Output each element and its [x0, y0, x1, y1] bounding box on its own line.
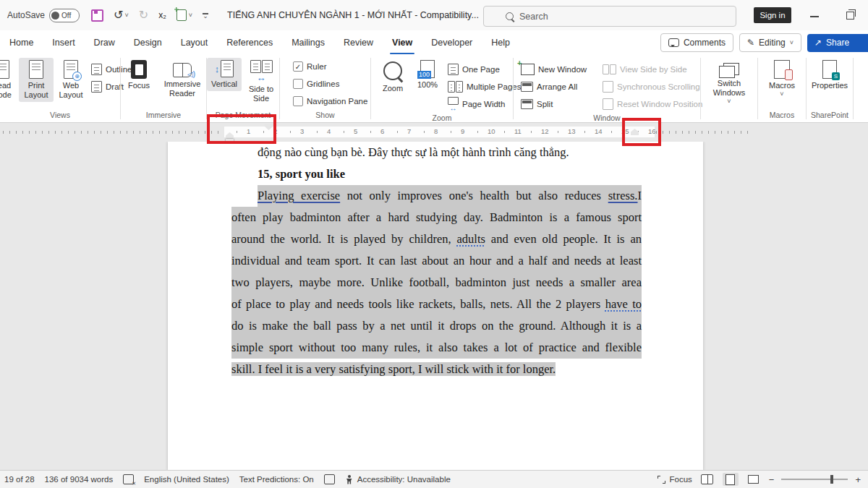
paste-options-button[interactable]: ˅: [176, 9, 192, 21]
document-line-selected[interactable]: do is make the ball pass by a net until …: [231, 315, 642, 337]
word-count[interactable]: 136 of 9034 words: [45, 475, 114, 484]
document-line-selected[interactable]: individual and team sport. It can last a…: [231, 250, 642, 272]
page-width-icon: ↔: [448, 97, 459, 112]
horizontal-ruler[interactable]: 12345678910111213141516: [0, 122, 868, 142]
focus-icon: [131, 60, 147, 79]
comments-button[interactable]: Comments: [660, 33, 733, 52]
customize-qat-button[interactable]: ⌄: [203, 13, 208, 17]
chevron-down-icon: ˅: [790, 39, 793, 46]
focus-button[interactable]: Focus: [122, 58, 156, 93]
proofing-errors-icon[interactable]: [123, 474, 134, 484]
chevron-down-icon: ˅: [124, 12, 128, 19]
reset-window-position-button: Reset Window Position: [600, 95, 705, 113]
synchronous-scrolling-button: Synchronous Scrolling: [600, 78, 705, 95]
text-column[interactable]: động nào cùng bạn bè. Đây thực sự là một…: [231, 142, 642, 380]
chevron-down-icon: ˅: [780, 90, 783, 98]
document-heading[interactable]: 15, sport you like: [258, 163, 642, 185]
search-input[interactable]: Search: [483, 6, 736, 27]
accessibility-status[interactable]: Accessibility: Unavailable: [357, 475, 451, 484]
page-indicator[interactable]: 19 of 28: [4, 475, 35, 484]
immersive-reader-icon: ◁): [173, 63, 192, 77]
web-layout-button[interactable]: ⊕ Web Layout: [54, 58, 88, 102]
autosave-toggle[interactable]: Off: [49, 9, 80, 22]
checkbox-icon: [293, 79, 303, 89]
editor-icon[interactable]: [324, 474, 335, 484]
immersive-reader-button[interactable]: ◁) Immersive Reader: [159, 58, 205, 100]
read-mode-view-button[interactable]: [699, 473, 715, 486]
zoom-slider[interactable]: [781, 479, 848, 480]
restore-window-button[interactable]: [846, 12, 854, 20]
ruler-checkbox[interactable]: ✓ Ruler: [290, 58, 329, 75]
undo-button[interactable]: ↺ ˅: [114, 9, 129, 21]
tab-mailings[interactable]: Mailings: [282, 30, 334, 55]
read-mode-button[interactable]: Read Mode: [0, 58, 19, 102]
minimize-button[interactable]: [810, 16, 819, 17]
tab-draw[interactable]: Draw: [85, 30, 124, 55]
document-page[interactable]: động nào cùng bạn bè. Đây thực sự là một…: [168, 142, 703, 471]
sign-in-button[interactable]: Sign in: [754, 7, 791, 23]
print-layout-button[interactable]: Print Layout: [19, 58, 54, 102]
tab-review[interactable]: Review: [334, 30, 383, 55]
language-indicator[interactable]: English (United States): [144, 475, 229, 484]
multiple-pages-icon: [448, 81, 463, 93]
focus-mode-button[interactable]: Focus: [658, 475, 692, 484]
editing-label: Editing: [759, 38, 786, 48]
undo-icon: ↺: [114, 9, 123, 21]
zoom-100-button[interactable]: 100 100%: [410, 58, 445, 92]
tab-design[interactable]: Design: [124, 30, 171, 55]
macros-button[interactable]: Macros ˅: [765, 58, 799, 100]
group-sharepoint: S Properties SharePoint: [807, 55, 853, 122]
subscript-button[interactable]: x₂: [158, 10, 166, 20]
macros-icon: [774, 60, 790, 79]
share-label: Share: [826, 38, 849, 48]
tab-insert[interactable]: Insert: [43, 30, 84, 55]
arrange-all-button[interactable]: Arrange All: [518, 78, 590, 95]
ribbon-tab-row: Home Insert Draw Design Layout Reference…: [0, 30, 868, 55]
ruler-number: 14: [595, 127, 603, 135]
print-layout-view-button[interactable]: [723, 473, 739, 486]
globe-icon: ⊕: [72, 72, 82, 81]
document-line-selected[interactable]: skill. I feel it is a very satisfying sp…: [231, 359, 642, 380]
switch-windows-button[interactable]: Switch Windows ˅: [706, 58, 752, 107]
properties-button[interactable]: S Properties: [809, 58, 850, 93]
document-title-area[interactable]: TIẾNG ANH CHUYÊN NGÀNH 1 - MỚI NHẤT - Co…: [227, 10, 490, 20]
zoom-100-icon: 100: [420, 60, 435, 78]
editing-dropdown[interactable]: ✎ Editing ˅: [739, 33, 801, 52]
tab-view[interactable]: View: [383, 30, 422, 55]
zoom-out-button[interactable]: −: [769, 474, 775, 485]
document-line-selected[interactable]: of place to play and needs tools like ra…: [231, 294, 642, 315]
zoom-slider-thumb[interactable]: [830, 475, 833, 484]
document-line-selected[interactable]: often play badminton after a hard studyi…: [231, 207, 642, 228]
gridlines-checkbox[interactable]: Gridlines: [290, 75, 342, 93]
document-area[interactable]: động nào cùng bạn bè. Đây thực sự là một…: [0, 142, 868, 471]
web-layout-icon: ⊕: [64, 60, 78, 79]
tab-home[interactable]: Home: [0, 30, 43, 55]
tab-developer[interactable]: Developer: [422, 30, 482, 55]
web-layout-view-button[interactable]: [746, 473, 762, 486]
split-button[interactable]: Split: [518, 95, 590, 113]
redo-icon[interactable]: ↻: [139, 9, 148, 21]
document-line-selected[interactable]: two players, maybe more. Unlike football…: [231, 272, 642, 294]
new-window-button[interactable]: New Window: [518, 61, 590, 78]
document-line-selected[interactable]: Playing exercise not only improves one's…: [258, 185, 642, 207]
navigation-pane-checkbox[interactable]: Navigation Pane: [290, 93, 370, 110]
document-line-selected[interactable]: around the world. It is played by childr…: [231, 228, 642, 250]
vertical-button[interactable]: ↕ Vertical: [207, 58, 242, 91]
share-button[interactable]: ↗ Share: [807, 34, 868, 52]
zoom-button[interactable]: Zoom: [375, 58, 410, 95]
side-to-side-button[interactable]: ↔ Side to Side: [243, 58, 279, 106]
text-predictions[interactable]: Text Predictions: On: [239, 475, 314, 484]
group-label-window: Window: [514, 113, 700, 123]
tab-references[interactable]: References: [217, 30, 282, 55]
document-line[interactable]: động nào cùng bạn bè. Đây thực sự là một…: [258, 142, 642, 163]
ruler-ticks: [656, 131, 750, 134]
zoom-in-button[interactable]: +: [855, 474, 861, 485]
tab-layout[interactable]: Layout: [171, 30, 218, 55]
annotation-box-left-indent: [207, 114, 276, 144]
draft-icon: [91, 81, 102, 93]
group-zoom: Zoom 100 100% One Page Multiple Pages ↔ …: [371, 55, 513, 122]
tab-help[interactable]: Help: [482, 30, 519, 55]
save-icon[interactable]: [91, 9, 103, 22]
autosave-control[interactable]: AutoSave Off: [7, 9, 80, 22]
document-line-selected[interactable]: simple sport without too many rules, it …: [231, 337, 642, 359]
